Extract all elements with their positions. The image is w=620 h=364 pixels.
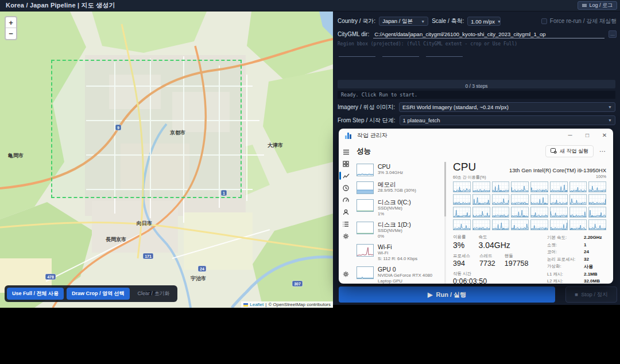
new-task-icon [551,148,557,154]
list-icon [582,3,587,7]
bbox-field-1[interactable] [339,50,375,57]
log-button[interactable]: Log / 로그 [578,1,617,10]
browse-button[interactable]: … [609,30,617,38]
nav-services-icon[interactable] [339,230,353,242]
nav-startup-apps-icon[interactable] [339,194,353,206]
util-value: 3% [453,241,466,250]
bbox-field-3[interactable] [426,50,463,57]
progress-text: 0 / 3 steps [465,83,487,89]
handles-label: 핸들 [505,253,529,259]
metric-sub: NVIDIA GeForce RTX 4080 Laptop GPU [378,273,444,284]
threads-label: 스레드 [479,253,495,259]
clear-button[interactable]: Clear / 초기화 [133,288,175,300]
from-step-select[interactable]: 1 plateau_fetch▼ [400,115,615,125]
map-button-bar: Use Full / 전체 사용 Draw Crop / 영역 선택 Clear… [5,285,177,302]
speed-value: 3.04GHz [479,241,510,250]
country-value: Japan / 일본 [382,18,413,25]
draw-crop-button[interactable]: Draw Crop / 영역 선택 [67,288,130,300]
list-item-disk0[interactable]: 디스크 0(C:) SSD(NVMe) 1% [354,196,446,219]
imagery-select[interactable]: ESRI World Imagery (standard, ~0.24 m/px… [399,102,615,112]
task-manager-header: 성능 새 작업 실행 ⋯ [353,142,613,160]
task-manager-titlebar[interactable]: 작업 관리자 ─ □ ✕ [339,129,613,142]
cpu-core-graph [569,207,587,218]
cpu-core-graph [511,207,529,218]
close-button[interactable]: ✕ [596,129,613,142]
cpu-core-graph [511,194,529,205]
country-select[interactable]: Japan / 일본▼ [379,17,428,26]
nav-performance-icon[interactable] [339,170,353,182]
cpu-core-graph [550,219,568,230]
disk0-thumbnail-graph [356,199,374,212]
metric-name: CPU [378,163,403,170]
title-bar: Korea / Japan Pipeline | 지도 생성기 Log / 로그 [0,0,620,11]
cpu-detail-label: L1 캐시: [547,272,584,277]
processes-label: 프로세스 [453,253,470,259]
metric-name: Wi-Fi [378,243,417,250]
list-scrollbar[interactable] [444,162,446,284]
cpu-core-graph [511,181,529,192]
log-button-label: Log / 로그 [589,2,613,9]
graph-caption: 60초 간 이용률(%) [453,175,486,180]
settings-gear-icon[interactable] [339,268,353,280]
handles-value: 197758 [505,260,529,268]
nav-users-icon[interactable] [339,206,353,218]
threads-value: 7732 [479,260,495,268]
cpu-core-graph [453,207,471,218]
cpu-core-graph [530,194,548,205]
use-full-button[interactable]: Use Full / 전체 사용 [7,288,64,300]
chevron-down-icon: ▼ [606,105,612,109]
leaflet-link[interactable]: Leaflet [250,302,264,307]
maximize-button[interactable]: □ [579,129,596,142]
stop-button[interactable]: ■ Stop / 정지 [565,286,617,303]
processes-value: 394 [453,260,470,268]
cpu-detail-row: 소켓:1 [547,242,602,248]
more-options-button[interactable]: ⋯ [599,148,606,155]
region-bbox-inputs [339,50,463,57]
bbox-field-2[interactable] [382,50,419,57]
task-manager-nav-rail [339,142,353,284]
run-new-task-button[interactable]: 새 작업 실행 [545,145,594,157]
svg-text:24: 24 [200,267,204,271]
list-item-gpu[interactable]: GPU 0 NVIDIA GeForce RTX 4080 Laptop GPU… [354,264,446,284]
wifi-thumbnail-graph [356,244,374,257]
metric-sub: Wi-Fi [378,250,417,256]
list-item-disk1[interactable]: 디스크 1(D:) SSD(NVMe) 0% [354,219,446,241]
crop-region-rectangle[interactable] [51,60,242,198]
nav-details-icon[interactable] [339,218,353,230]
list-item-cpu[interactable]: CPU 3% 3.04GHz [354,161,446,179]
cpu-core-graph [550,207,568,218]
hamburger-menu-icon[interactable] [339,146,353,158]
citygml-dir-label: CityGML dir: [338,31,369,37]
list-item-memory[interactable]: 메모리 28.9/95.7GB (30%) [354,179,446,196]
scale-label: Scale / 축척: [432,17,464,25]
map-view[interactable]: 4789117124307 亀岡市京都市大津市向日市長岡京市八幡市宇治市 + −… [0,11,333,308]
util-label: 이용률 [453,234,466,240]
force-rerun-checkbox[interactable] [541,18,547,24]
cpu-core-graph [472,207,490,218]
metric-sub: 28.9/95.7GB (30%) [378,188,416,193]
osm-attribution[interactable]: © OpenStreetMap contributors [268,302,331,307]
progress-bar: 0 / 3 steps [338,80,615,88]
svg-text:478: 478 [47,275,54,279]
nav-app-history-icon[interactable] [339,182,353,194]
route-shield: 478 [45,274,56,280]
status-box: Ready. Click Run to start. [338,91,615,99]
cpu-detail-row: 기본 속도:2.20GHz [547,235,602,241]
cpu-detail-value: 2.1MB [584,272,598,277]
zoom-in-button[interactable]: + [6,17,16,28]
citygml-dir-input[interactable] [373,30,604,38]
metric-name: 디스크 1(D:) [378,221,411,228]
metric-sub2: 1% [378,211,411,217]
minimize-button[interactable]: ─ [561,129,579,142]
list-item-wifi[interactable]: Wi-Fi Wi-Fi S: 112 R: 64.0 Kbps [354,241,446,264]
scale-select[interactable]: 1.00 m/px▼ [467,17,501,26]
cpu-detail-label: 코어: [547,249,584,255]
run-button[interactable]: ▶ Run / 실행 [339,286,555,303]
cpu-core-graph [588,219,606,230]
cpu-detail-value: 사용 [584,264,593,270]
metric-sub: SSD(NVMe) [378,206,411,211]
zoom-out-button[interactable]: − [6,28,16,39]
cpu-detail-label: 기본 속도: [547,235,584,241]
nav-processes-icon[interactable] [339,158,353,170]
cpu-detail-value: 24 [584,249,589,255]
